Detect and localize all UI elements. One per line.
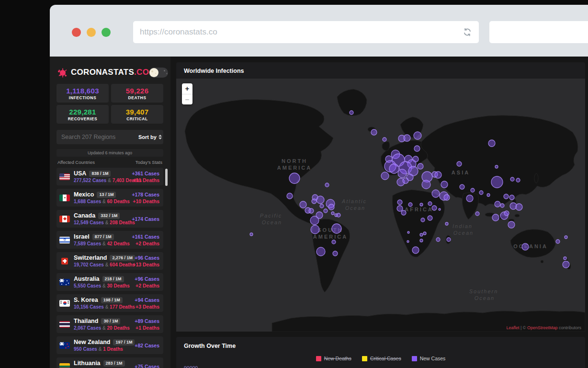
infection-bubble[interactable]: [471, 188, 475, 192]
maximize-window-button[interactable]: [102, 28, 111, 37]
infection-bubble[interactable]: [414, 132, 421, 139]
close-window-button[interactable]: [72, 28, 81, 37]
infection-bubble[interactable]: [398, 169, 407, 178]
infection-bubble[interactable]: [418, 163, 423, 169]
country-row[interactable]: Switzerland 2,276 / 1M 19,702 Cases & 60…: [57, 252, 163, 270]
infection-bubble[interactable]: [487, 194, 490, 196]
infection-bubble[interactable]: [460, 184, 464, 189]
openstreetmap-link[interactable]: OpenStreetMap: [527, 325, 558, 330]
search-input[interactable]: [61, 134, 138, 140]
refresh-icon[interactable]: [463, 27, 472, 37]
infection-bubble[interactable]: [312, 199, 317, 204]
infection-bubble[interactable]: [317, 247, 325, 256]
country-row[interactable]: Lithuania 283 / 1M 771 Cases & 9 Deaths …: [57, 357, 163, 368]
infection-bubble[interactable]: [492, 214, 499, 221]
infection-bubble[interactable]: [397, 206, 403, 211]
infection-bubble[interactable]: [423, 232, 426, 235]
infection-bubble[interactable]: [408, 203, 412, 207]
infection-bubble[interactable]: [495, 165, 498, 168]
zoom-out-button[interactable]: −: [182, 94, 192, 104]
country-row[interactable]: USA 838 / 1M 277,522 Cases & 7,403 Death…: [57, 168, 163, 185]
infection-bubble[interactable]: [445, 222, 448, 225]
infection-bubble[interactable]: [510, 177, 514, 181]
infection-bubble[interactable]: [331, 212, 334, 215]
infection-bubble[interactable]: [371, 129, 377, 135]
url-input[interactable]: [140, 27, 463, 37]
infection-bubble[interactable]: [516, 204, 522, 210]
infection-bubble[interactable]: [407, 241, 409, 242]
infection-bubble[interactable]: [412, 247, 419, 253]
infection-bubble[interactable]: [333, 251, 338, 256]
infection-bubble[interactable]: [439, 208, 441, 210]
infection-bubble[interactable]: [420, 203, 423, 206]
infection-bubble[interactable]: [435, 172, 441, 178]
country-row[interactable]: Australia 218 / 1M 5,550 Cases & 30 Deat…: [57, 273, 163, 291]
infection-bubble[interactable]: [479, 191, 483, 195]
minimize-window-button[interactable]: [87, 28, 96, 37]
secondary-address-box[interactable]: [489, 21, 588, 43]
infection-bubble[interactable]: [420, 233, 423, 236]
country-row[interactable]: Mexico 13 / 1M 1,688 Cases & 60 Deaths +…: [57, 189, 163, 207]
infection-bubble[interactable]: [428, 202, 432, 206]
zoom-in-button[interactable]: +: [182, 83, 192, 94]
infection-bubble[interactable]: [332, 224, 341, 233]
infection-bubble[interactable]: [564, 257, 566, 260]
infection-bubble[interactable]: [401, 210, 406, 215]
infection-bubble[interactable]: [428, 216, 432, 220]
legend-item[interactable]: New Cases: [412, 356, 446, 361]
infection-bubble[interactable]: [500, 204, 504, 207]
legend-item[interactable]: New Deaths: [316, 356, 351, 361]
infection-bubble[interactable]: [556, 240, 560, 243]
infection-bubble[interactable]: [381, 172, 389, 180]
legend-item[interactable]: Critical Cases: [362, 356, 401, 361]
infection-bubble[interactable]: [432, 206, 437, 210]
infection-bubble[interactable]: [516, 178, 520, 182]
infection-bubble[interactable]: [414, 146, 420, 151]
infection-bubble[interactable]: [310, 216, 319, 225]
infection-bubble[interactable]: [504, 194, 509, 199]
country-row[interactable]: Canada 332 / 1M 12,549 Cases & 208 Death…: [57, 210, 163, 228]
infection-bubble[interactable]: [565, 236, 567, 239]
infection-bubble[interactable]: [421, 218, 425, 222]
infection-bubble[interactable]: [444, 195, 450, 200]
infection-bubble[interactable]: [250, 233, 253, 236]
infection-bubble[interactable]: [325, 183, 329, 187]
infection-bubble[interactable]: [300, 201, 306, 208]
infection-bubble[interactable]: [350, 111, 353, 115]
infection-bubble[interactable]: [389, 164, 399, 173]
infection-bubble[interactable]: [432, 190, 440, 197]
infection-bubble[interactable]: [466, 195, 473, 202]
infection-bubble[interactable]: [422, 180, 430, 189]
country-row[interactable]: Israel 877 / 1M 7,589 Cases & 42 Deaths …: [57, 231, 163, 249]
infection-bubble[interactable]: [320, 204, 324, 208]
infection-bubble[interactable]: [457, 161, 462, 166]
country-row[interactable]: S. Korea 198 / 1M 10,156 Cases & 177 Dea…: [57, 294, 163, 312]
infection-bubble[interactable]: [324, 209, 328, 213]
scrollbar-thumb[interactable]: [165, 169, 168, 186]
infection-bubble[interactable]: [495, 201, 500, 207]
infection-bubble[interactable]: [337, 213, 340, 217]
address-bar[interactable]: [133, 21, 479, 43]
country-row[interactable]: Thailand 30 / 1M 2,067 Cases & 20 Deaths…: [57, 315, 163, 333]
infection-bubble[interactable]: [475, 212, 479, 216]
infection-bubble[interactable]: [447, 238, 451, 242]
infection-bubble[interactable]: [383, 138, 386, 141]
infection-bubble[interactable]: [397, 200, 402, 205]
infection-bubble[interactable]: [491, 176, 503, 188]
infection-bubble[interactable]: [522, 243, 529, 250]
infection-bubble[interactable]: [289, 173, 300, 184]
search-bar[interactable]: Sort by: [57, 130, 163, 144]
dark-mode-toggle[interactable]: [149, 68, 168, 78]
infection-bubble[interactable]: [404, 135, 410, 141]
infection-bubble[interactable]: [311, 225, 319, 234]
infection-bubble[interactable]: [317, 196, 324, 204]
infection-bubble[interactable]: [436, 238, 440, 242]
world-map[interactable]: NORTHAMERICASOUTHAMERICAAFRICAASIAOCEANI…: [176, 79, 585, 332]
infection-bubble[interactable]: [509, 195, 514, 200]
infection-bubble[interactable]: [488, 140, 495, 147]
infection-bubble[interactable]: [508, 221, 515, 228]
infection-bubble[interactable]: [309, 208, 314, 213]
leaflet-link[interactable]: Leaflet: [506, 325, 519, 330]
sort-by-button[interactable]: Sort by: [138, 134, 162, 140]
infection-bubble[interactable]: [407, 231, 409, 233]
